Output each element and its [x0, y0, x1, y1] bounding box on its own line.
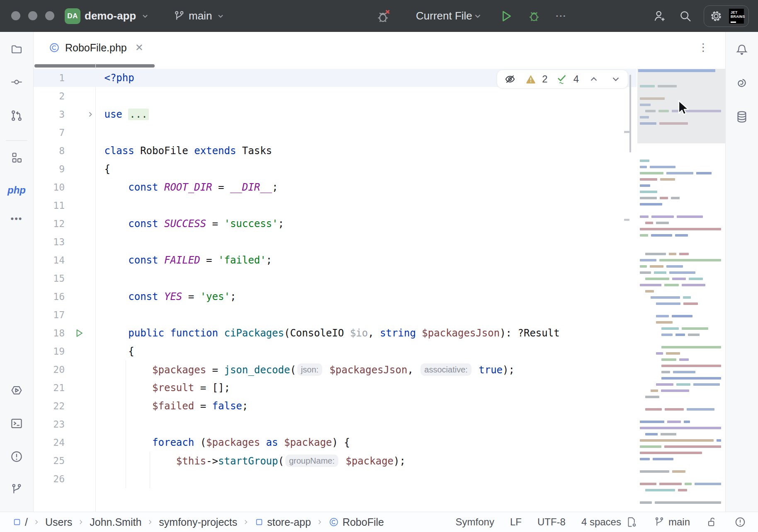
notifications-bell-icon[interactable]	[735, 43, 749, 57]
inspection-widget[interactable]: 2 4	[497, 70, 628, 89]
code-text[interactable]: const SUCCESS = 'success';	[98, 215, 637, 233]
line-number[interactable]: 2	[34, 91, 65, 102]
settings-pill[interactable]: JET BRAINS	[704, 5, 749, 27]
code-text[interactable]: {	[98, 342, 637, 360]
line-number[interactable]: 21	[34, 382, 65, 393]
line-number[interactable]: 24	[34, 437, 65, 448]
commit-tool-icon[interactable]	[10, 75, 23, 89]
code-text[interactable]	[98, 306, 637, 324]
fold-chevron-icon[interactable]	[86, 110, 95, 118]
line-number[interactable]: 16	[34, 291, 65, 302]
minimap[interactable]	[637, 63, 725, 512]
project-tool-icon[interactable]	[10, 43, 23, 56]
event-log-icon[interactable]	[734, 516, 746, 528]
unlocked-icon[interactable]	[706, 516, 718, 528]
code-text[interactable]	[98, 470, 637, 488]
line-number[interactable]: 23	[34, 419, 65, 430]
line-number[interactable]: 11	[34, 200, 65, 211]
chevron-down-icon[interactable]	[473, 12, 482, 21]
encoding-widget[interactable]: UTF-8	[537, 516, 566, 528]
ai-assistant-icon[interactable]	[735, 77, 749, 91]
line-number[interactable]: 26	[34, 474, 65, 484]
more-actions-kebab[interactable]: ⋮	[554, 11, 567, 22]
structure-tool-icon[interactable]	[10, 151, 23, 164]
gear-icon[interactable]	[709, 9, 724, 24]
database-tool-icon[interactable]	[735, 110, 749, 124]
run-button[interactable]	[499, 9, 514, 24]
search-icon[interactable]	[678, 9, 693, 24]
terminal-tool-icon[interactable]	[10, 416, 24, 430]
line-number[interactable]: 14	[34, 255, 65, 266]
line-number[interactable]: 9	[34, 164, 65, 174]
status-branch-widget[interactable]: main	[654, 516, 690, 528]
breadcrumb-item[interactable]: /	[12, 516, 28, 528]
tab-options-kebab[interactable]: ⋮	[698, 41, 709, 54]
services-tool-icon[interactable]	[10, 383, 24, 397]
next-problem-chevron-icon[interactable]	[610, 74, 621, 85]
run-method-icon[interactable]	[74, 328, 85, 339]
vcs-widget[interactable]: main	[173, 0, 225, 32]
line-number[interactable]: 8	[34, 145, 65, 156]
git-tool-icon[interactable]	[10, 483, 23, 496]
code-text[interactable]: class RoboFile extends Tasks	[98, 142, 637, 160]
code-text[interactable]: $packages = json_decode(json: $packagesJ…	[98, 360, 637, 379]
code-text[interactable]: $result = [];	[98, 379, 637, 397]
code-text[interactable]: $this->startGroup(groupName: $package);	[98, 452, 637, 470]
window-close-button[interactable]	[11, 11, 20, 20]
window-minimize-button[interactable]	[28, 11, 37, 20]
warning-icon[interactable]	[525, 73, 537, 85]
code-text[interactable]	[98, 196, 637, 215]
code-text[interactable]	[98, 87, 637, 105]
tab-robofile[interactable]: RoboFile.php ✕	[42, 32, 150, 63]
add-user-icon[interactable]	[652, 9, 667, 24]
line-number[interactable]: 22	[34, 401, 65, 411]
folded-region[interactable]: ...	[128, 109, 148, 120]
code-text[interactable]: const ROOT_DIR = __DIR__;	[98, 178, 637, 196]
window-controls[interactable]	[11, 11, 54, 20]
tab-scroll-thumb[interactable]	[34, 64, 155, 68]
line-number[interactable]: 12	[34, 218, 65, 229]
line-number[interactable]: 1	[34, 73, 65, 83]
no-debug-config-icon[interactable]	[375, 8, 392, 24]
debug-button[interactable]	[526, 8, 542, 24]
line-number[interactable]: 25	[34, 455, 65, 466]
editor-scrollbar-thumb[interactable]	[629, 75, 631, 152]
breadcrumb-item[interactable]: symfony-projects	[159, 516, 237, 528]
project-widget[interactable]: DA demo-app	[65, 0, 149, 32]
breadcrumb-item[interactable]: RoboFile	[328, 516, 384, 528]
code-text[interactable]: const YES = 'yes';	[98, 288, 637, 306]
line-number[interactable]: 15	[34, 273, 65, 284]
code-text[interactable]: {	[98, 160, 637, 178]
hide-highlights-eye-icon[interactable]	[504, 73, 516, 85]
code-text[interactable]	[98, 269, 637, 288]
line-number[interactable]: 7	[34, 127, 65, 138]
breadcrumb-item[interactable]: Users	[45, 516, 72, 528]
file-settings-icon[interactable]	[625, 516, 638, 528]
line-number[interactable]: 10	[34, 182, 65, 193]
indent-widget[interactable]: 4 spaces	[581, 516, 638, 528]
prev-problem-chevron-icon[interactable]	[588, 74, 599, 85]
code-text[interactable]: foreach ($packages as $package) {	[98, 433, 637, 452]
line-number[interactable]: 13	[34, 237, 65, 247]
run-config-selector[interactable]: Current File	[416, 10, 472, 22]
line-number[interactable]: 20	[34, 364, 65, 375]
code-text[interactable]	[98, 123, 637, 142]
problems-tool-icon[interactable]	[10, 450, 24, 464]
line-number[interactable]: 19	[34, 346, 65, 357]
code-text[interactable]: use ...	[98, 105, 637, 123]
php-tool-icon[interactable]: php	[7, 184, 26, 196]
breadcrumb-item[interactable]: John.Smith	[90, 516, 141, 528]
pull-requests-tool-icon[interactable]	[10, 109, 24, 123]
line-number[interactable]: 3	[34, 109, 65, 120]
code-editor[interactable]: 1 <?php2 3 use ...7 8 class RoboFile ext…	[34, 63, 725, 512]
window-zoom-button[interactable]	[45, 11, 54, 20]
code-text[interactable]: $failed = false;	[98, 397, 637, 415]
close-icon[interactable]: ✕	[135, 42, 143, 53]
line-number[interactable]: 18	[34, 328, 65, 339]
line-separator-widget[interactable]: LF	[510, 516, 522, 528]
passed-check-icon[interactable]	[556, 73, 568, 85]
more-tools-icon[interactable]: •••	[10, 213, 22, 224]
breadcrumb-item[interactable]: store-app	[255, 516, 311, 528]
code-text[interactable]	[98, 233, 637, 251]
framework-widget[interactable]: Symfony	[456, 516, 494, 528]
